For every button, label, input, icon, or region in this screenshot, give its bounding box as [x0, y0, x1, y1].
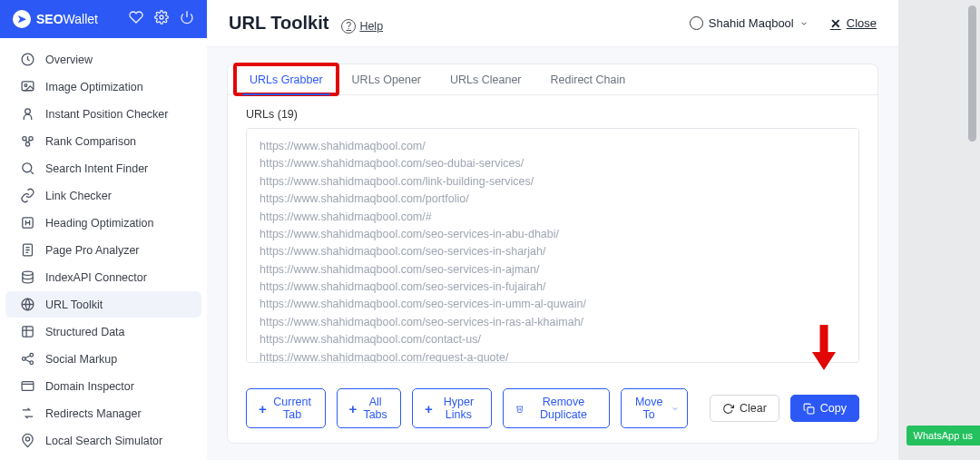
chevron-down-icon	[671, 404, 679, 414]
panel: URLs GrabberURLs OpenerURLs CleanerRedir…	[227, 64, 878, 444]
url-line: https://www.shahidmaqbool.com/	[260, 138, 846, 155]
user-icon	[690, 16, 703, 30]
tab-urls-cleaner[interactable]: URLs Cleaner	[436, 64, 536, 94]
sidebar-item-label: Instant Position Checker	[45, 108, 169, 121]
move-to-button[interactable]: Move To	[621, 388, 688, 428]
sidebar-item-url-toolkit[interactable]: URL Toolkit	[5, 291, 201, 318]
search-intent-icon	[20, 161, 35, 176]
instant-pos-icon	[20, 106, 35, 122]
sidebar-item-domain-insp[interactable]: Domain Inspector	[5, 373, 201, 399]
sidebar-item-redirects[interactable]: Redirects Manager	[5, 400, 201, 426]
tab-urls-opener[interactable]: URLs Opener	[338, 64, 436, 94]
domain-insp-icon	[20, 378, 35, 394]
url-textarea[interactable]: https://www.shahidmaqbool.com/https://ww…	[246, 128, 859, 363]
url-line: https://www.shahidmaqbool.com/seo-servic…	[260, 261, 846, 279]
sidebar-item-indexapi[interactable]: IndexAPI Connector	[5, 264, 201, 290]
url-toolkit-icon	[20, 297, 35, 312]
page-title: URL Toolkit	[229, 13, 328, 34]
heading-opt-icon	[20, 215, 35, 230]
sidebar-item-local-search[interactable]: Local Search Simulator	[5, 427, 201, 454]
gear-icon[interactable]	[154, 10, 169, 28]
sidebar-item-overview[interactable]: Overview	[5, 46, 201, 73]
chevron-down-icon	[799, 19, 808, 28]
user-name: Shahid Maqbool	[709, 16, 794, 30]
action-bar: +Current Tab +All Tabs +Hyper Links Remo…	[228, 376, 877, 443]
sidebar-item-social-markup[interactable]: Social Markup	[5, 346, 201, 372]
all-tabs-button[interactable]: +All Tabs	[337, 388, 401, 428]
plus-icon: +	[259, 402, 267, 416]
refresh-icon	[722, 403, 734, 415]
hyper-links-button[interactable]: +Hyper Links	[412, 388, 492, 428]
user-menu[interactable]: Shahid Maqbool	[690, 16, 808, 30]
brand-bar: ➤ SEOWallet	[0, 0, 207, 38]
sidebar-item-label: Image Optimization	[45, 81, 143, 93]
sidebar-item-label: Overview	[45, 54, 93, 66]
url-line: https://www.shahidmaqbool.com/seo-dubai-…	[260, 155, 846, 172]
power-icon[interactable]	[180, 10, 194, 28]
social-markup-icon	[20, 351, 35, 367]
topbar: URL Toolkit Help Shahid Maqbool ✕ Close	[207, 0, 898, 47]
sidebar-item-search-intent[interactable]: Search Intent Finder	[5, 155, 201, 181]
page-scrollbar[interactable]	[965, 0, 976, 460]
structured-icon	[20, 324, 35, 339]
sidebar-item-label: Domain Inspector	[45, 380, 134, 393]
url-line: https://www.shahidmaqbool.com/link-build…	[260, 173, 846, 191]
clear-button[interactable]: Clear	[710, 395, 779, 422]
link-checker-icon	[20, 188, 35, 203]
close-label: Close	[847, 16, 877, 30]
url-line: https://www.shahidmaqbool.com/seo-servic…	[260, 226, 846, 243]
url-line: https://www.shahidmaqbool.com/seo-servic…	[260, 296, 846, 313]
sidebar-item-serp[interactable]: SERP Analysis	[5, 455, 201, 460]
overview-icon	[20, 52, 35, 67]
sidebar-item-label: Rank Comparison	[45, 135, 136, 148]
copy-button[interactable]: Copy	[790, 395, 859, 422]
main: URL Toolkit Help Shahid Maqbool ✕ Close …	[207, 0, 898, 460]
sidebar-item-label: Link Checker	[45, 190, 112, 202]
current-tab-button[interactable]: +Current Tab	[246, 388, 326, 428]
sidebar-item-label: Social Markup	[45, 353, 117, 366]
url-line: https://www.shahidmaqbool.com/contact-us…	[260, 331, 846, 348]
remove-duplicate-button[interactable]: Remove Duplicate	[503, 388, 610, 428]
sidebar-item-rank-comp[interactable]: Rank Comparison	[5, 128, 201, 154]
url-line: https://www.shahidmaqbool.com/seo-servic…	[260, 243, 846, 260]
url-line: https://www.shahidmaqbool.com/#	[260, 209, 846, 226]
close-button[interactable]: ✕ Close	[830, 16, 877, 31]
sidebar-item-instant-pos[interactable]: Instant Position Checker	[5, 101, 201, 127]
svg-point-8	[25, 142, 29, 146]
plus-icon: +	[349, 402, 358, 416]
sidebar-item-label: Local Search Simulator	[45, 435, 162, 447]
scrollbar-thumb[interactable]	[968, 5, 976, 142]
logo[interactable]: ➤ SEOWallet	[13, 10, 98, 28]
svg-point-5	[25, 109, 31, 114]
image-opt-icon	[20, 79, 35, 94]
sidebar-item-label: IndexAPI Connector	[45, 271, 147, 284]
help-link[interactable]: Help	[341, 19, 383, 34]
sidebar-item-structured[interactable]: Structured Data	[5, 318, 201, 345]
brand-name: SEOWallet	[36, 12, 98, 26]
rank-comp-icon	[20, 133, 35, 149]
url-line: https://www.shahidmaqbool.com/portfolio/	[260, 191, 846, 208]
svg-point-19	[25, 437, 29, 441]
svg-point-12	[23, 271, 33, 275]
tab-redirect-chain[interactable]: Redirect Chain	[536, 64, 641, 94]
sidebar-item-heading-opt[interactable]: Heading Optimization	[5, 210, 201, 236]
local-search-icon	[20, 433, 35, 448]
sidebar-item-page-pro[interactable]: Page Pro Analyzer	[5, 237, 201, 263]
heart-icon[interactable]	[129, 10, 143, 28]
sidebar-item-label: Search Intent Finder	[45, 162, 148, 175]
redirects-icon	[20, 406, 35, 421]
copy-icon	[803, 403, 815, 415]
tab-urls-grabber[interactable]: URLs Grabber	[235, 64, 338, 94]
url-line: https://www.shahidmaqbool.com/seo-servic…	[260, 279, 846, 296]
trash-icon	[515, 403, 524, 415]
svg-point-0	[160, 15, 163, 19]
sidebar-item-link-checker[interactable]: Link Checker	[5, 182, 201, 209]
url-line: https://www.shahidmaqbool.com/seo-servic…	[260, 314, 846, 331]
logo-icon: ➤	[13, 10, 31, 28]
sidebar: ➤ SEOWallet OverviewImage OptimizationIn…	[0, 0, 207, 460]
svg-rect-18	[22, 382, 34, 391]
whatsapp-badge[interactable]: WhatsApp us	[906, 426, 980, 445]
sidebar-item-label: Heading Optimization	[45, 217, 154, 230]
sidebar-item-label: Page Pro Analyzer	[45, 244, 140, 257]
sidebar-item-image-opt[interactable]: Image Optimization	[5, 73, 201, 100]
